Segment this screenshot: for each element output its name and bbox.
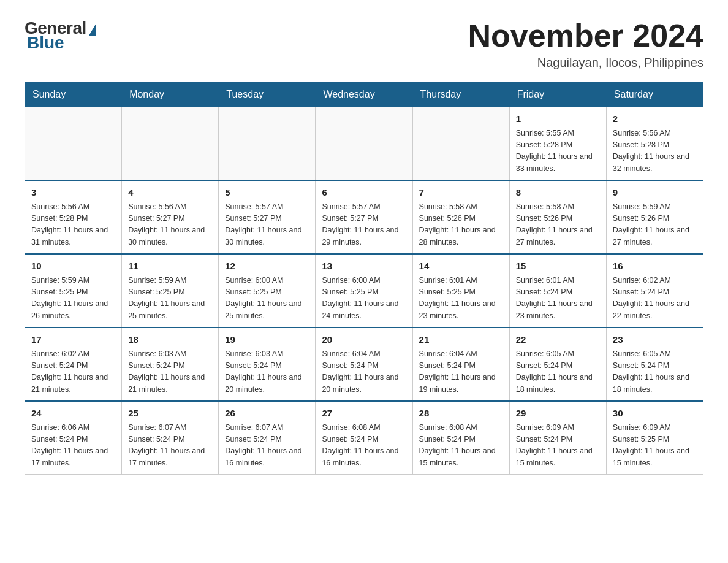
page-header: General Blue November 2024 Naguilayan, I… — [25, 18, 703, 70]
day-number: 30 — [613, 407, 697, 421]
calendar-cell: 14Sunrise: 6:01 AM Sunset: 5:25 PM Dayli… — [412, 254, 509, 327]
calendar-cell: 15Sunrise: 6:01 AM Sunset: 5:24 PM Dayli… — [509, 254, 606, 327]
calendar-cell: 29Sunrise: 6:09 AM Sunset: 5:24 PM Dayli… — [509, 401, 606, 475]
day-number: 14 — [419, 259, 503, 274]
calendar-header-thursday: Thursday — [412, 83, 509, 107]
calendar-week-row: 10Sunrise: 5:59 AM Sunset: 5:25 PM Dayli… — [25, 254, 703, 327]
calendar-cell: 8Sunrise: 5:58 AM Sunset: 5:26 PM Daylig… — [509, 180, 606, 254]
day-info: Sunrise: 6:04 AM Sunset: 5:24 PM Dayligh… — [419, 348, 503, 396]
calendar-header-friday: Friday — [509, 83, 606, 107]
calendar-cell — [122, 107, 219, 180]
calendar-header-saturday: Saturday — [606, 83, 703, 107]
day-info: Sunrise: 6:02 AM Sunset: 5:24 PM Dayligh… — [31, 348, 115, 396]
calendar-table: SundayMondayTuesdayWednesdayThursdayFrid… — [25, 82, 703, 475]
calendar-cell: 19Sunrise: 6:03 AM Sunset: 5:24 PM Dayli… — [219, 327, 316, 401]
day-number: 23 — [613, 333, 697, 347]
day-number: 21 — [419, 333, 503, 347]
day-info: Sunrise: 5:58 AM Sunset: 5:26 PM Dayligh… — [516, 201, 600, 249]
calendar-cell — [316, 107, 412, 180]
calendar-cell: 2Sunrise: 5:56 AM Sunset: 5:28 PM Daylig… — [606, 107, 703, 180]
calendar-cell — [219, 107, 316, 180]
day-number: 4 — [128, 186, 212, 200]
calendar-cell: 12Sunrise: 6:00 AM Sunset: 5:25 PM Dayli… — [219, 254, 316, 327]
day-number: 25 — [128, 407, 212, 421]
day-number: 24 — [31, 407, 115, 421]
day-info: Sunrise: 6:09 AM Sunset: 5:24 PM Dayligh… — [516, 422, 600, 470]
day-info: Sunrise: 5:56 AM Sunset: 5:28 PM Dayligh… — [31, 201, 115, 249]
day-number: 26 — [225, 407, 309, 421]
day-info: Sunrise: 6:09 AM Sunset: 5:25 PM Dayligh… — [613, 422, 697, 470]
day-info: Sunrise: 6:07 AM Sunset: 5:24 PM Dayligh… — [225, 422, 309, 470]
calendar-header-sunday: Sunday — [25, 83, 122, 107]
day-info: Sunrise: 6:07 AM Sunset: 5:24 PM Dayligh… — [128, 422, 212, 470]
calendar-cell: 23Sunrise: 6:05 AM Sunset: 5:24 PM Dayli… — [606, 327, 703, 401]
calendar-cell: 13Sunrise: 6:00 AM Sunset: 5:25 PM Dayli… — [316, 254, 412, 327]
day-info: Sunrise: 6:01 AM Sunset: 5:24 PM Dayligh… — [516, 275, 600, 323]
calendar-cell: 4Sunrise: 5:56 AM Sunset: 5:27 PM Daylig… — [122, 180, 219, 254]
calendar-cell: 18Sunrise: 6:03 AM Sunset: 5:24 PM Dayli… — [122, 327, 219, 401]
calendar-cell: 22Sunrise: 6:05 AM Sunset: 5:24 PM Dayli… — [509, 327, 606, 401]
calendar-cell: 6Sunrise: 5:57 AM Sunset: 5:27 PM Daylig… — [316, 180, 412, 254]
day-number: 18 — [128, 333, 212, 347]
calendar-cell: 21Sunrise: 6:04 AM Sunset: 5:24 PM Dayli… — [412, 327, 509, 401]
day-info: Sunrise: 6:02 AM Sunset: 5:24 PM Dayligh… — [613, 275, 697, 323]
calendar-cell: 1Sunrise: 5:55 AM Sunset: 5:28 PM Daylig… — [509, 107, 606, 180]
calendar-cell: 11Sunrise: 5:59 AM Sunset: 5:25 PM Dayli… — [122, 254, 219, 327]
calendar-cell: 24Sunrise: 6:06 AM Sunset: 5:24 PM Dayli… — [25, 401, 122, 475]
day-number: 15 — [516, 259, 600, 274]
day-number: 10 — [31, 259, 115, 274]
day-info: Sunrise: 5:56 AM Sunset: 5:27 PM Dayligh… — [128, 201, 212, 249]
day-info: Sunrise: 6:00 AM Sunset: 5:25 PM Dayligh… — [225, 275, 309, 323]
day-number: 12 — [225, 259, 309, 274]
day-number: 17 — [31, 333, 115, 347]
day-info: Sunrise: 6:08 AM Sunset: 5:24 PM Dayligh… — [419, 422, 503, 470]
day-info: Sunrise: 5:59 AM Sunset: 5:25 PM Dayligh… — [128, 275, 212, 323]
calendar-cell: 25Sunrise: 6:07 AM Sunset: 5:24 PM Dayli… — [122, 401, 219, 475]
calendar-cell: 3Sunrise: 5:56 AM Sunset: 5:28 PM Daylig… — [25, 180, 122, 254]
calendar-cell — [25, 107, 122, 180]
calendar-cell: 20Sunrise: 6:04 AM Sunset: 5:24 PM Dayli… — [316, 327, 412, 401]
day-number: 5 — [225, 186, 309, 200]
day-number: 9 — [613, 186, 697, 200]
day-info: Sunrise: 5:59 AM Sunset: 5:25 PM Dayligh… — [31, 275, 115, 323]
calendar-cell: 16Sunrise: 6:02 AM Sunset: 5:24 PM Dayli… — [606, 254, 703, 327]
calendar-week-row: 24Sunrise: 6:06 AM Sunset: 5:24 PM Dayli… — [25, 401, 703, 475]
calendar-week-row: 1Sunrise: 5:55 AM Sunset: 5:28 PM Daylig… — [25, 107, 703, 180]
day-number: 3 — [31, 186, 115, 200]
day-info: Sunrise: 5:58 AM Sunset: 5:26 PM Dayligh… — [419, 201, 503, 249]
calendar-cell: 7Sunrise: 5:58 AM Sunset: 5:26 PM Daylig… — [412, 180, 509, 254]
day-info: Sunrise: 6:03 AM Sunset: 5:24 PM Dayligh… — [128, 348, 212, 396]
day-number: 2 — [613, 112, 697, 126]
calendar-header-wednesday: Wednesday — [316, 83, 412, 107]
logo-blue-text: Blue — [27, 33, 64, 53]
day-number: 1 — [516, 112, 600, 126]
day-info: Sunrise: 5:56 AM Sunset: 5:28 PM Dayligh… — [613, 128, 697, 175]
calendar-cell: 5Sunrise: 5:57 AM Sunset: 5:27 PM Daylig… — [219, 180, 316, 254]
day-number: 22 — [516, 333, 600, 347]
calendar-cell: 9Sunrise: 5:59 AM Sunset: 5:26 PM Daylig… — [606, 180, 703, 254]
calendar-cell: 27Sunrise: 6:08 AM Sunset: 5:24 PM Dayli… — [316, 401, 412, 475]
day-info: Sunrise: 6:01 AM Sunset: 5:25 PM Dayligh… — [419, 275, 503, 323]
day-number: 7 — [419, 186, 503, 200]
logo-triangle-icon — [89, 23, 96, 36]
day-info: Sunrise: 6:03 AM Sunset: 5:24 PM Dayligh… — [225, 348, 309, 396]
day-number: 8 — [516, 186, 600, 200]
day-info: Sunrise: 6:05 AM Sunset: 5:24 PM Dayligh… — [516, 348, 600, 396]
day-info: Sunrise: 5:57 AM Sunset: 5:27 PM Dayligh… — [322, 201, 406, 249]
day-number: 6 — [322, 186, 406, 200]
day-info: Sunrise: 6:08 AM Sunset: 5:24 PM Dayligh… — [322, 422, 406, 470]
location-subtitle: Naguilayan, Ilocos, Philippines — [468, 56, 703, 70]
day-info: Sunrise: 6:04 AM Sunset: 5:24 PM Dayligh… — [322, 348, 406, 396]
calendar-header-tuesday: Tuesday — [219, 83, 316, 107]
logo: General Blue — [25, 18, 96, 53]
calendar-cell: 30Sunrise: 6:09 AM Sunset: 5:25 PM Dayli… — [606, 401, 703, 475]
day-number: 20 — [322, 333, 406, 347]
day-info: Sunrise: 6:00 AM Sunset: 5:25 PM Dayligh… — [322, 275, 406, 323]
calendar-cell: 28Sunrise: 6:08 AM Sunset: 5:24 PM Dayli… — [412, 401, 509, 475]
calendar-cell: 17Sunrise: 6:02 AM Sunset: 5:24 PM Dayli… — [25, 327, 122, 401]
day-number: 16 — [613, 259, 697, 274]
day-number: 28 — [419, 407, 503, 421]
calendar-header-row: SundayMondayTuesdayWednesdayThursdayFrid… — [25, 83, 703, 107]
day-info: Sunrise: 5:57 AM Sunset: 5:27 PM Dayligh… — [225, 201, 309, 249]
calendar-cell: 26Sunrise: 6:07 AM Sunset: 5:24 PM Dayli… — [219, 401, 316, 475]
